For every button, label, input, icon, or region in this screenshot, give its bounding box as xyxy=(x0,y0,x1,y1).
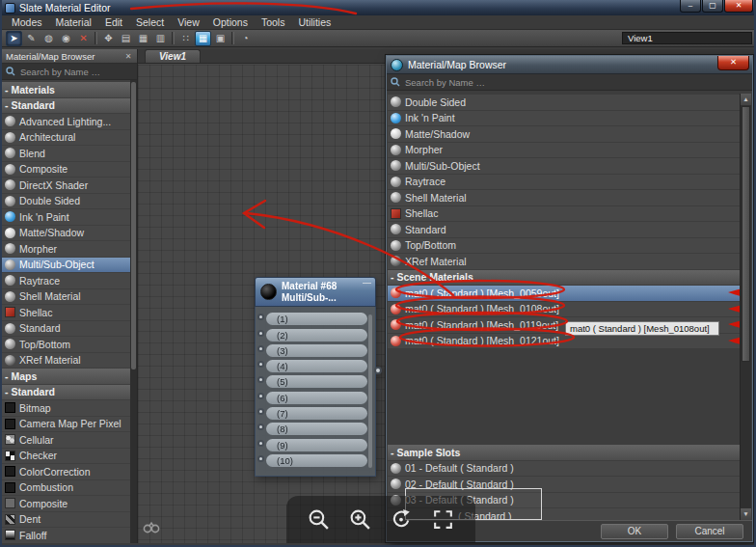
list-item[interactable]: - Materials xyxy=(2,82,130,97)
list-item[interactable]: ColorCorrection xyxy=(2,464,130,479)
list-item[interactable]: Bitmap xyxy=(2,400,130,416)
slot-socket-icon[interactable] xyxy=(257,345,264,352)
zoom-extents-button[interactable] xyxy=(429,506,458,534)
show-background-button[interactable]: ▣ xyxy=(212,31,229,46)
slot-socket-icon[interactable] xyxy=(257,424,264,430)
material-node[interactable]: Material #68 Multi/Sub-... — (1) xyxy=(255,277,376,477)
node-slot[interactable]: (5) xyxy=(266,375,367,388)
slot-socket-icon[interactable] xyxy=(257,361,264,368)
list-item[interactable]: Matte/Shadow xyxy=(2,226,130,241)
dialog-search-input[interactable] xyxy=(403,76,748,89)
list-item[interactable]: Multi/Sub-Object xyxy=(2,258,130,273)
show-shaded-material-in-viewport-button[interactable]: ▦ xyxy=(195,31,211,46)
layout-children-button[interactable]: ▥ xyxy=(152,31,169,46)
material-type-row[interactable]: Ink 'n Paint xyxy=(388,111,740,126)
scroll-down-icon[interactable]: ▼ xyxy=(741,508,751,520)
slot-socket-icon[interactable] xyxy=(257,376,264,383)
material-id-channel-button[interactable]: ∷ xyxy=(177,31,194,46)
node-slot[interactable]: (6) xyxy=(266,392,367,404)
menu-edit[interactable]: Edit xyxy=(98,16,129,28)
material-type-row[interactable]: XRef Material xyxy=(388,254,740,269)
list-item[interactable]: - Standard xyxy=(2,98,130,114)
menu-select[interactable]: Select xyxy=(129,16,171,28)
list-item[interactable]: Camera Map Per Pixel xyxy=(2,417,130,432)
list-item[interactable]: - Standard xyxy=(2,385,130,400)
scene-material-row[interactable]: mat0 ( Standard ) [Mesh_0108out] xyxy=(388,302,740,317)
ok-button[interactable]: OK xyxy=(601,524,668,539)
search-input[interactable] xyxy=(18,66,133,78)
dialog-title-bar[interactable]: Material/Map Browser ✕ xyxy=(387,56,752,74)
pick-material-from-object-button[interactable]: ✎ xyxy=(23,31,40,46)
slot-socket-icon[interactable] xyxy=(257,455,264,462)
node-output-connector[interactable] xyxy=(374,367,382,374)
material-type-row[interactable]: Top/Bottom xyxy=(388,238,740,254)
material-type-row[interactable]: Standard xyxy=(388,222,740,237)
list-item[interactable]: Advanced Lighting... xyxy=(2,114,130,129)
node-slot[interactable]: (8) xyxy=(266,423,367,435)
tab-view1[interactable]: View1 xyxy=(145,49,201,63)
list-item[interactable]: Composite xyxy=(2,496,130,511)
dialog-scrollbar[interactable]: ▲ ▼ xyxy=(740,94,751,520)
material-type-row[interactable]: Raytrace xyxy=(388,175,740,190)
list-item[interactable]: Combustion xyxy=(2,480,130,496)
slot-socket-icon[interactable] xyxy=(257,330,264,337)
list-item[interactable]: DirectX Shader xyxy=(2,178,130,193)
list-item[interactable]: Composite xyxy=(2,162,130,178)
maximize-button[interactable]: ▢ xyxy=(702,0,723,13)
list-item[interactable]: Architectural xyxy=(2,130,130,146)
dialog-close-button[interactable]: ✕ xyxy=(717,56,749,70)
material-type-row[interactable]: Shell Material xyxy=(388,190,740,205)
list-item[interactable]: Top/Bottom xyxy=(2,337,130,352)
delete-selected-button[interactable]: ✕ xyxy=(75,31,92,46)
layout-all-button[interactable]: ▦ xyxy=(135,31,151,46)
sample-slot-row[interactable]: 01 - Default ( Standard ) xyxy=(388,461,740,477)
close-button[interactable]: ✕ xyxy=(724,0,753,13)
scrollbar-thumb[interactable] xyxy=(742,106,750,362)
list-item[interactable]: Shellac xyxy=(2,305,130,320)
list-item[interactable]: Shell Material xyxy=(2,289,130,305)
sample-slots-header[interactable]: - Sample Slots xyxy=(388,445,740,460)
material-type-row[interactable]: Multi/Sub-Object xyxy=(388,158,740,174)
scrollbar-thumb[interactable] xyxy=(131,82,136,369)
node-slot[interactable]: (3) xyxy=(266,344,367,357)
select-tool-button[interactable]: ➤ xyxy=(6,31,22,46)
menu-modes[interactable]: Modes xyxy=(5,16,49,28)
menu-tools[interactable]: Tools xyxy=(255,16,292,28)
list-item[interactable]: Cellular xyxy=(2,432,130,448)
cancel-button[interactable]: Cancel xyxy=(676,524,743,539)
rotate-view-button[interactable] xyxy=(388,506,417,534)
minimize-button[interactable]: – xyxy=(680,0,701,13)
slot-socket-icon[interactable] xyxy=(257,408,264,415)
scene-materials-header[interactable]: - Scene Materials xyxy=(388,270,740,286)
zoom-out-button[interactable] xyxy=(305,506,334,534)
list-item[interactable]: Ink 'n Paint xyxy=(2,209,130,225)
assign-material-to-selection-button[interactable]: ◉ xyxy=(58,31,74,46)
node-slot[interactable]: (7) xyxy=(266,407,367,420)
menu-utilities[interactable]: Utilities xyxy=(291,16,338,28)
material-type-row[interactable]: Double Sided xyxy=(388,95,740,110)
node-slot-scrollbar[interactable] xyxy=(368,315,372,468)
scene-material-row[interactable]: mat0 ( Standard ) [Mesh_0059out] xyxy=(388,286,740,301)
slot-socket-icon[interactable] xyxy=(257,314,264,320)
title-bar[interactable]: Slate Material Editor – ▢ ✕ xyxy=(2,0,754,15)
list-item[interactable]: Standard xyxy=(2,321,130,337)
move-children-button[interactable]: ✥ xyxy=(100,31,117,46)
material-type-row[interactable]: Morpher xyxy=(388,143,740,158)
node-collapse-icon[interactable]: — xyxy=(363,278,371,287)
slot-socket-icon[interactable] xyxy=(257,440,264,447)
panel-header[interactable]: Material/Map Browser ✕ xyxy=(2,49,137,64)
find-binoculars-icon[interactable] xyxy=(143,520,160,533)
list-item[interactable]: XRef Material xyxy=(2,353,130,369)
node-slot[interactable]: (9) xyxy=(266,439,367,451)
list-item[interactable]: Dent xyxy=(2,512,130,528)
list-item[interactable]: Morpher xyxy=(2,241,130,257)
view-selector-dropdown[interactable]: View1 xyxy=(622,32,752,44)
node-slot[interactable]: (4) xyxy=(266,360,367,372)
list-item[interactable]: Blend xyxy=(2,146,130,161)
list-item[interactable]: Double Sided xyxy=(2,194,130,209)
node-slot[interactable]: (10) xyxy=(266,454,367,467)
node-header[interactable]: Material #68 Multi/Sub-... — xyxy=(255,277,376,307)
list-item[interactable]: Raytrace xyxy=(2,273,130,288)
list-item[interactable]: - Maps xyxy=(2,369,130,384)
scroll-up-icon[interactable]: ▲ xyxy=(741,94,751,105)
